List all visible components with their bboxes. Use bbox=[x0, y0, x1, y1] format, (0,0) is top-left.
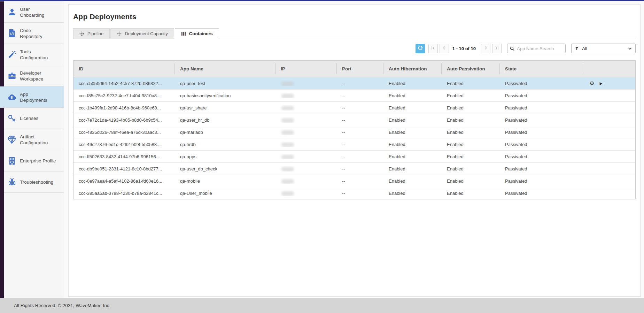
cell-app-name: qa-basicsanityverification bbox=[175, 93, 276, 98]
cell-id: ccc-385aa5ab-3788-4230-b78a-b2841c... bbox=[73, 191, 175, 196]
cell-state: Passivated bbox=[500, 191, 583, 196]
last-page-icon bbox=[495, 46, 499, 51]
table-row[interactable]: ccc-f85c75c2-9232-4ee7-b404-9810a8...qa-… bbox=[73, 89, 635, 101]
columns-icon bbox=[181, 31, 186, 36]
table-row[interactable]: ccc-49c27876-ed1c-4292-b0f8-550588...qa-… bbox=[73, 138, 635, 150]
cell-id: ccc-f85c75c2-9232-4ee7-b404-9810a8... bbox=[73, 93, 175, 98]
bug-icon bbox=[4, 178, 20, 186]
cell-id: ccc-ff502633-8432-41d4-97b6-996156... bbox=[73, 154, 175, 159]
cell-auto-passivation: Enabled bbox=[442, 154, 500, 159]
magic-wand-icon bbox=[4, 50, 20, 59]
cell-port: -- bbox=[337, 178, 383, 184]
tab-bar: Pipeline Deployment Capacity Containers bbox=[73, 28, 636, 39]
app-deployments-panel: App Deployments Pipeline Deployment Capa… bbox=[68, 4, 641, 297]
cell-id: ccc-db9be051-2331-4121-8c10-8bd277... bbox=[73, 166, 175, 171]
cell-auto-hibernation: Enabled bbox=[383, 166, 442, 171]
cell-app-name: qa-User_mobile bbox=[175, 191, 276, 196]
cell-state: Passivated bbox=[500, 105, 583, 110]
cell-auto-passivation: Enabled bbox=[442, 191, 500, 196]
cell-app-name: qa-hrdb bbox=[175, 142, 276, 147]
column-header-actions bbox=[583, 61, 636, 77]
user-icon bbox=[4, 8, 20, 16]
sidebar-item-licenses[interactable]: Licenses bbox=[0, 108, 64, 129]
chevron-down-icon bbox=[628, 46, 632, 51]
table-row[interactable]: ccc-7e72c1da-4193-4b05-b8d0-6b9c54...qa-… bbox=[73, 114, 635, 126]
cell-ip bbox=[276, 129, 337, 135]
refresh-icon bbox=[417, 45, 423, 52]
cell-ip bbox=[276, 81, 337, 86]
table-row[interactable]: ccc-c5050d64-1452-4c57-872b-086322...qa-… bbox=[73, 77, 635, 89]
cell-auto-passivation: Enabled bbox=[442, 166, 500, 171]
search-input[interactable] bbox=[507, 44, 566, 53]
previous-page-button[interactable] bbox=[440, 44, 449, 53]
cell-auto-passivation: Enabled bbox=[442, 93, 500, 98]
footer: All Rights Reserved. © 2021, WaveMaker, … bbox=[0, 298, 644, 313]
tab-deployment-capacity[interactable]: Deployment Capacity bbox=[110, 28, 174, 39]
settings-gear-icon[interactable]: ⚙ bbox=[590, 81, 594, 86]
cell-state: Passivated bbox=[500, 81, 583, 86]
cell-id: ccc-7e72c1da-4193-4b05-b8d0-6b9c54... bbox=[73, 117, 175, 123]
cell-state: Passivated bbox=[500, 117, 583, 123]
table-row[interactable]: ccc-ff502633-8432-41d4-97b6-996156...qa-… bbox=[73, 150, 635, 162]
start-play-icon[interactable]: ▶ bbox=[599, 82, 602, 85]
main-content: App Deployments Pipeline Deployment Capa… bbox=[64, 1, 644, 298]
redacted-ip-value bbox=[281, 82, 294, 86]
redacted-ip-value bbox=[281, 179, 294, 184]
move-icon bbox=[117, 31, 122, 36]
cell-state: Passivated bbox=[500, 154, 583, 159]
cell-app-name: qa-user_db_check bbox=[175, 166, 276, 171]
app-filter-select[interactable]: All bbox=[571, 44, 636, 53]
cell-auto-passivation: Enabled bbox=[442, 130, 500, 135]
column-header-auto-passivation: Auto Passivation bbox=[442, 61, 500, 77]
cell-state: Passivated bbox=[500, 93, 583, 98]
sidebar-item-tools-configuration[interactable]: Tools Configuration bbox=[0, 44, 64, 65]
table-row[interactable]: ccc-db9be051-2331-4121-8c10-8bd277...qa-… bbox=[73, 162, 635, 175]
cell-id: ccc-1b499fa1-2d98-416b-8c4b-960e68... bbox=[73, 105, 175, 110]
redacted-ip-value bbox=[281, 143, 294, 147]
filter-selected-value: All bbox=[582, 46, 587, 51]
last-page-button[interactable] bbox=[492, 44, 502, 53]
cell-ip bbox=[276, 154, 337, 159]
column-header-ip: IP bbox=[276, 61, 337, 77]
cell-app-name: qa-apps bbox=[175, 154, 276, 159]
sidebar-item-troubleshooting[interactable]: Troubleshooting bbox=[0, 171, 64, 193]
redacted-ip-value bbox=[281, 130, 294, 135]
cell-port: -- bbox=[337, 93, 383, 98]
redacted-ip-value bbox=[281, 191, 294, 196]
search-icon bbox=[510, 46, 514, 52]
previous-page-icon bbox=[442, 46, 447, 51]
first-page-button[interactable] bbox=[428, 44, 438, 53]
diamond-icon bbox=[4, 136, 20, 144]
sidebar-item-enterprise-profile[interactable]: Enterprise Profile bbox=[0, 150, 64, 171]
cell-state: Passivated bbox=[500, 178, 583, 184]
cell-auto-hibernation: Enabled bbox=[383, 117, 442, 123]
table-row[interactable]: ccc-0e97aea4-a5af-4102-86a1-fd60e16...qa… bbox=[73, 175, 635, 187]
cell-ip bbox=[276, 166, 337, 171]
cell-ip bbox=[276, 117, 337, 122]
cell-id: ccc-49c27876-ed1c-4292-b0f8-550588... bbox=[73, 142, 175, 147]
refresh-button[interactable] bbox=[416, 44, 425, 53]
cell-auto-hibernation: Enabled bbox=[383, 191, 442, 196]
toolbar: 1 - 10 of 10 All bbox=[73, 44, 636, 53]
table-header-row: IDApp NameIPPortAuto HibernationAuto Pas… bbox=[73, 61, 635, 77]
sidebar-item-app-deployments[interactable]: App Deployments bbox=[0, 86, 64, 108]
cell-app-name: qa-mobile bbox=[175, 178, 276, 184]
table-row[interactable]: ccc-1b499fa1-2d98-416b-8c4b-960e68...qa-… bbox=[73, 101, 635, 114]
tab-containers[interactable]: Containers bbox=[175, 28, 219, 39]
sidebar-item-user-onboarding[interactable]: User Onboarding bbox=[0, 1, 64, 23]
sidebar-item-code-repository[interactable]: Code Repository bbox=[0, 23, 64, 44]
sidebar-item-artifact-configuration[interactable]: Artifact Configuration bbox=[0, 129, 64, 150]
table-row[interactable]: ccc-385aa5ab-3788-4230-b78a-b2841c...qa-… bbox=[73, 187, 635, 199]
redacted-ip-value bbox=[281, 118, 294, 123]
sidebar-item-developer-workspace[interactable]: Developer Workspace bbox=[0, 65, 64, 86]
cell-ip bbox=[276, 93, 337, 98]
briefcase-icon bbox=[4, 71, 20, 80]
column-header-id: ID bbox=[73, 61, 175, 77]
cell-port: -- bbox=[337, 105, 383, 110]
copyright-text: All Rights Reserved. © 2021, WaveMaker, … bbox=[14, 303, 110, 308]
table-row[interactable]: ccc-4835d026-788f-46ea-a76d-30aac3...qa-… bbox=[73, 126, 635, 138]
tab-pipeline[interactable]: Pipeline bbox=[73, 28, 110, 39]
next-page-button[interactable] bbox=[481, 44, 490, 53]
pagination-range: 1 - 10 of 10 bbox=[452, 46, 476, 51]
column-header-state: State bbox=[500, 61, 583, 77]
